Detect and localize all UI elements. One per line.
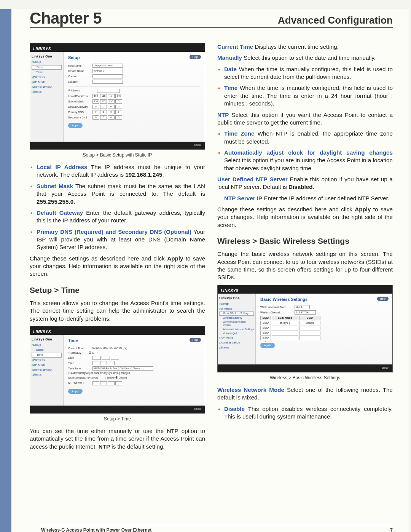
paragraph: Change the basic wireless network settin… [217,250,393,281]
page-footer: Wireless-G Access Point with Power Over … [41,525,393,532]
help-button[interactable]: Help [190,55,201,59]
bullet-list: Time Zone When NTP is enabled, the appro… [217,130,393,172]
paragraph: NTP Select this option if you want the A… [217,111,393,127]
apply-button[interactable]: Apply [260,343,275,348]
list-item: Time Zone When NTP is enabled, the appro… [217,130,393,145]
list-item: Automatically adjust clock for daylight … [217,149,393,172]
brand-label: LINKSYS [33,47,51,51]
screenshot-wireless-basic: LINKSYS Help Linksys One ⊟Setup ⊟Wireles… [217,285,393,372]
section-heading: Wireless > Basic Wireless Settings [217,236,393,246]
screenshot-setup-static-ip: LINKSYS Help Linksys One ⊟Setup Basic Ti… [30,43,205,150]
list-item: Time When the time is manually configure… [217,84,393,107]
paragraph: Change these settings as described here … [30,255,205,278]
chapter-title: Chapter 5 [30,9,102,27]
figure-caption: Setup > Basic Setup with Static IP [30,152,205,158]
screenshot-setup-time: LINKSYS Help Linksys One ⊟Setup Basic Ti… [30,326,205,414]
bullet-list: Disable This option disables wireless co… [217,405,393,421]
section-heading: Setup > Time [30,285,205,296]
list-item: Default Gateway Enter the default gatewa… [30,209,205,225]
paragraph: Manually Select this option to set the d… [217,54,393,62]
bullet-list: Date When the time is manually configure… [217,66,393,108]
bullet-list: Local IP Address The IP address must be … [30,163,205,251]
list-item: Local IP Address The IP address must be … [30,163,205,179]
paragraph: Wireless Network Mode Select one of the … [217,386,393,402]
screenshot-main: Setup Host NameLinksysAP-123abc Device N… [64,52,205,142]
paragraph: Change these settings as described here … [217,206,393,229]
product-name: Wireless-G Access Point with Power Over … [41,527,151,532]
paragraph: NTP Server IP Enter the IP address of us… [217,195,393,202]
paragraph: You can set the time either manually or … [30,427,205,451]
right-column: Current Time Displays the current time s… [217,43,393,454]
apply-button[interactable]: Apply [68,123,83,128]
figure-caption: Setup > Time [30,416,205,422]
screenshot-sidebar: Linksys One ⊟Setup Basic Time ⊟Wireless … [30,52,64,142]
paragraph: User Defined NTP Server Enable this opti… [217,176,393,191]
list-item: Subnet Mask The subnet mask must be the … [30,182,205,206]
section-title: Advanced Configuration [278,14,393,26]
apply-button[interactable]: Apply [68,389,83,394]
figure-caption: Wireless > Basic Wireless Settings [217,375,393,381]
paragraph: This screen allows you to change the Acc… [30,299,205,323]
help-button[interactable]: Help [190,338,201,342]
list-item: Date When the time is manually configure… [217,66,393,81]
page-number: 7 [390,527,393,532]
list-item: Disable This option disables wireless co… [217,405,393,421]
help-button[interactable]: Help [377,297,389,301]
paragraph: Current Time Displays the current time s… [217,43,393,51]
left-column: LINKSYS Help Linksys One ⊟Setup Basic Ti… [30,43,205,454]
list-item: Primary DNS (Required) and Secondary DNS… [30,228,205,251]
page-header: Chapter 5 Advanced Configuration [30,9,393,28]
